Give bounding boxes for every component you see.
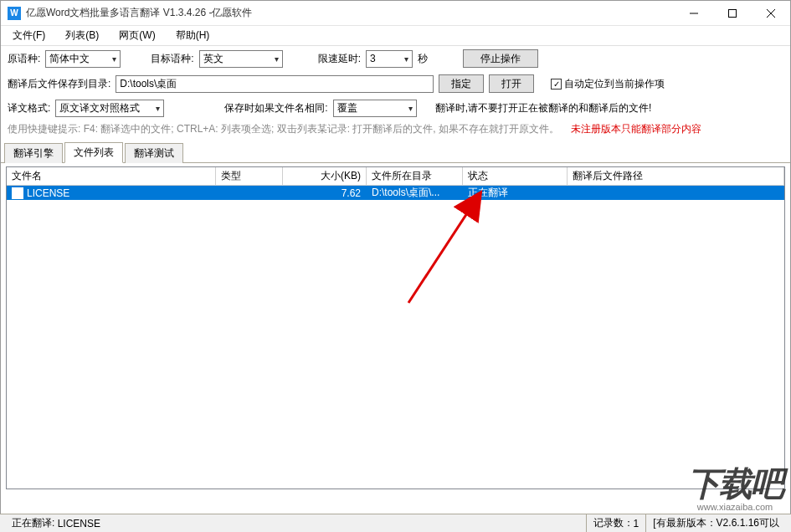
source-lang-label: 原语种: <box>8 52 40 66</box>
tab-file-list[interactable]: 文件列表 <box>64 142 123 163</box>
minimize-button[interactable] <box>675 1 713 26</box>
target-lang-label: 目标语种: <box>151 52 193 66</box>
stop-button[interactable]: 停止操作 <box>463 49 538 68</box>
chevron-down-icon: ▾ <box>408 104 413 113</box>
save-dir-input[interactable]: D:\tools\桌面 <box>116 75 434 93</box>
chevron-down-icon: ▾ <box>112 54 116 64</box>
source-lang-combo[interactable]: 简体中文 ▾ <box>45 50 121 68</box>
tab-strip: 翻译引擎 文件列表 翻译测试 <box>1 141 790 163</box>
chevron-down-icon: ▾ <box>156 104 160 113</box>
chevron-down-icon: ▾ <box>404 54 408 64</box>
table-header: 文件名 类型 大小(KB) 文件所在目录 状态 翻译后文件路径 <box>7 167 784 186</box>
toolbar-row-2: 翻译后文件保存到目录: D:\tools\桌面 指定 打开 ✓ 自动定位到当前操… <box>1 71 790 96</box>
table-body: LICENSE 7.62 D:\tools\桌面\... 正在翻译 <box>7 186 784 200</box>
status-version: [有最新版本：V2.6.1.16可以 <box>646 514 786 532</box>
toolbar-row-3: 译文格式: 原文译文对照格式 ▾ 保存时如果文件名相同: 覆盖 ▾ 翻译时,请不… <box>1 96 790 120</box>
rate-limit-combo[interactable]: 3 ▾ <box>366 50 413 68</box>
cell-name: LICENSE <box>7 186 216 200</box>
auto-locate-checkbox[interactable]: ✓ 自动定位到当前操作项 <box>551 77 665 91</box>
statusbar: 正在翻译: LICENSE 记录数： 1 [有最新版本：V2.6.1.16可以 <box>0 514 791 532</box>
toolbar-row-1: 原语种: 简体中文 ▾ 目标语种: 英文 ▾ 限速延时: 3 ▾ 秒 停止操作 <box>1 46 790 71</box>
chevron-down-icon: ▾ <box>275 54 279 64</box>
close-button[interactable] <box>752 1 790 26</box>
file-icon <box>12 187 23 199</box>
col-header-dir[interactable]: 文件所在目录 <box>367 167 463 185</box>
titlebar: W 亿愿Word文档批量多语言翻译 V1.3.4.26 -亿愿软件 <box>1 1 790 26</box>
rate-limit-value: 3 <box>370 53 401 64</box>
status-translating: 正在翻译: LICENSE <box>5 514 587 532</box>
source-lang-value: 简体中文 <box>49 52 109 66</box>
duplicate-label: 保存时如果文件名相同: <box>224 101 327 115</box>
rate-unit: 秒 <box>418 52 428 66</box>
col-header-status[interactable]: 状态 <box>463 167 568 185</box>
cell-status: 正在翻译 <box>463 186 568 200</box>
col-header-size[interactable]: 大小(KB) <box>283 167 367 185</box>
watermark-url: www.xiazaiba.com <box>687 502 783 512</box>
save-dir-label: 翻译后文件保存到目录: <box>8 77 110 91</box>
annotation-arrow <box>300 186 517 311</box>
status-count: 记录数： 1 <box>587 514 647 532</box>
open-button[interactable]: 打开 <box>489 74 534 93</box>
unregistered-hint: 未注册版本只能翻译部分内容 <box>571 122 701 136</box>
menu-file[interactable]: 文件(F) <box>8 27 50 44</box>
duplicate-value: 覆盖 <box>337 101 405 115</box>
file-table: 文件名 类型 大小(KB) 文件所在目录 状态 翻译后文件路径 LICENSE … <box>6 166 785 489</box>
locate-button[interactable]: 指定 <box>439 74 484 93</box>
shortcut-hint: 使用快捷键提示: F4: 翻译选中的文件; CTRL+A: 列表项全选; 双击列… <box>8 122 559 136</box>
hint-row: 使用快捷键提示: F4: 翻译选中的文件; CTRL+A: 列表项全选; 双击列… <box>1 120 790 140</box>
window-title: 亿愿Word文档批量多语言翻译 V1.3.4.26 -亿愿软件 <box>26 6 675 20</box>
duplicate-combo[interactable]: 覆盖 ▾ <box>333 100 417 117</box>
col-header-name[interactable]: 文件名 <box>7 167 216 185</box>
menu-web[interactable]: 网页(W) <box>114 27 160 44</box>
cell-result <box>568 186 784 200</box>
format-label: 译文格式: <box>8 101 50 115</box>
save-dir-value: D:\tools\桌面 <box>120 77 177 91</box>
menu-list[interactable]: 列表(B) <box>60 27 104 44</box>
col-header-result[interactable]: 翻译后文件路径 <box>568 167 784 185</box>
maximize-button[interactable] <box>713 1 752 26</box>
cell-type <box>216 186 283 200</box>
rate-limit-label: 限速延时: <box>318 52 361 66</box>
svg-line-4 <box>408 194 480 303</box>
tab-engine[interactable]: 翻译引擎 <box>4 143 63 163</box>
auto-locate-label: 自动定位到当前操作项 <box>564 77 665 91</box>
target-lang-value: 英文 <box>203 52 271 66</box>
format-value: 原文译文对照格式 <box>59 101 152 115</box>
cell-size: 7.62 <box>283 186 367 200</box>
target-lang-combo[interactable]: 英文 ▾ <box>199 50 283 68</box>
menubar: 文件(F) 列表(B) 网页(W) 帮助(H) <box>1 26 790 46</box>
translate-warning: 翻译时,请不要打开正在被翻译的和翻译后的文件! <box>435 101 652 115</box>
menu-help[interactable]: 帮助(H) <box>171 27 215 44</box>
table-row[interactable]: LICENSE 7.62 D:\tools\桌面\... 正在翻译 <box>7 186 784 200</box>
app-icon: W <box>8 7 21 20</box>
col-header-type[interactable]: 类型 <box>216 167 283 185</box>
format-combo[interactable]: 原文译文对照格式 ▾ <box>55 100 164 117</box>
cell-dir: D:\tools\桌面\... <box>367 186 463 200</box>
checkbox-icon: ✓ <box>551 79 562 90</box>
svg-rect-1 <box>729 9 737 17</box>
tab-test[interactable]: 翻译测试 <box>125 143 183 163</box>
